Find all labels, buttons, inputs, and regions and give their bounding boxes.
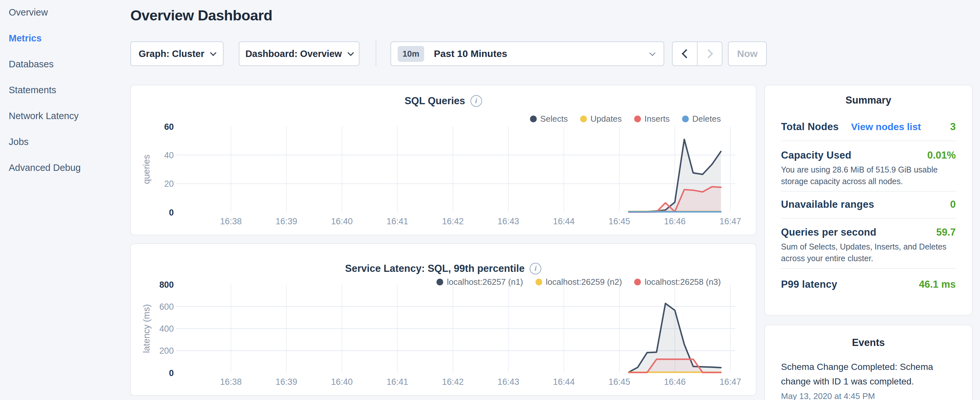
time-forward-button[interactable] bbox=[698, 42, 722, 65]
toolbar-divider bbox=[375, 40, 376, 66]
sidebar-item-jobs[interactable]: Jobs bbox=[0, 135, 123, 161]
svg-text:16:46: 16:46 bbox=[664, 217, 686, 226]
graph-scope-dropdown[interactable]: Graph: Cluster bbox=[130, 41, 224, 66]
summary-label: Queries per second bbox=[781, 226, 877, 238]
svg-text:16:46: 16:46 bbox=[664, 377, 686, 387]
svg-text:600: 600 bbox=[159, 302, 174, 312]
event-timestamp: May 13, 2020 at 4:45 PM bbox=[781, 391, 956, 400]
svg-text:0: 0 bbox=[169, 368, 174, 378]
chevron-down-icon bbox=[210, 49, 216, 56]
summary-panel: Summary Total Nodes View nodes list 3 Ca… bbox=[764, 85, 972, 316]
chevron-down-icon bbox=[347, 49, 354, 56]
summary-subtext: Sum of Selects, Updates, Inserts, and De… bbox=[781, 241, 956, 264]
summary-row-capacity-used: Capacity Used 0.01% You are using 28.6 M… bbox=[781, 141, 956, 191]
svg-text:16:45: 16:45 bbox=[609, 377, 630, 387]
y-gridlines bbox=[176, 306, 735, 351]
summary-title: Summary bbox=[765, 94, 972, 106]
summary-value: 0 bbox=[950, 199, 956, 210]
svg-text:16:39: 16:39 bbox=[276, 377, 298, 387]
svg-text:16:47: 16:47 bbox=[719, 377, 741, 387]
y-tick-labels: 0204060 bbox=[164, 122, 174, 217]
chevron-left-icon bbox=[682, 49, 691, 58]
svg-text:60: 60 bbox=[164, 122, 174, 132]
svg-text:16:44: 16:44 bbox=[553, 377, 574, 387]
svg-text:20: 20 bbox=[164, 179, 174, 189]
svg-text:400: 400 bbox=[159, 324, 174, 334]
dashboard-label: Dashboard: Overview bbox=[245, 49, 342, 59]
svg-text:40: 40 bbox=[164, 150, 174, 160]
summary-label: Total Nodes bbox=[781, 121, 838, 133]
summary-row-p99-latency: P99 latency 46.1 ms bbox=[781, 269, 956, 290]
y-tick-labels: 0200400600800 bbox=[159, 280, 174, 378]
svg-text:16:41: 16:41 bbox=[387, 217, 408, 226]
page-title: Overview Dashboard bbox=[130, 7, 272, 24]
svg-text:16:40: 16:40 bbox=[331, 217, 353, 226]
summary-value: 3 bbox=[950, 121, 956, 133]
svg-text:16:43: 16:43 bbox=[498, 217, 519, 226]
sidebar-item-metrics[interactable]: Metrics bbox=[0, 32, 123, 57]
sidebar-item-statements[interactable]: Statements bbox=[0, 83, 123, 109]
summary-label: Capacity Used bbox=[781, 150, 851, 161]
svg-text:16:38: 16:38 bbox=[220, 377, 242, 387]
sidebar-item-network-latency[interactable]: Network Latency bbox=[0, 109, 123, 135]
summary-value: 0.01% bbox=[927, 150, 956, 161]
event-message: Schema Change Completed: Schema change w… bbox=[781, 360, 956, 389]
sidebar-item-advanced-debug[interactable]: Advanced Debug bbox=[0, 161, 123, 187]
svg-text:16:45: 16:45 bbox=[609, 217, 630, 226]
svg-text:16:42: 16:42 bbox=[442, 217, 464, 226]
svg-text:16:43: 16:43 bbox=[498, 377, 519, 387]
svg-text:16:41: 16:41 bbox=[387, 377, 408, 387]
summary-subtext: You are using 28.6 MiB of 515.9 GiB usab… bbox=[781, 164, 956, 187]
x-gridlines bbox=[231, 126, 730, 212]
y-axis-title: queries bbox=[142, 155, 151, 184]
svg-text:0: 0 bbox=[169, 208, 174, 217]
sidebar-item-databases[interactable]: Databases bbox=[0, 57, 123, 83]
events-title: Events bbox=[781, 337, 956, 349]
svg-text:16:42: 16:42 bbox=[442, 377, 464, 387]
time-back-button[interactable] bbox=[673, 42, 697, 65]
service-latency-chart-card: Service Latency: SQL, 99th percentile i … bbox=[130, 243, 756, 396]
summary-value: 46.1 ms bbox=[919, 279, 956, 290]
event-list-item[interactable]: Schema Change Completed: Schema change w… bbox=[781, 360, 956, 400]
svg-text:16:38: 16:38 bbox=[220, 217, 242, 226]
y-gridlines bbox=[176, 155, 735, 183]
sidebar-item-overview[interactable]: Overview bbox=[0, 6, 123, 32]
summary-value: 59.7 bbox=[936, 226, 956, 238]
summary-label: Unavailable ranges bbox=[781, 199, 874, 210]
time-window-pager bbox=[672, 41, 722, 66]
chart-series bbox=[628, 304, 721, 373]
x-tick-labels: 16:3816:3916:4016:4116:4216:4316:4416:45… bbox=[220, 377, 741, 387]
now-button[interactable]: Now bbox=[728, 41, 767, 66]
summary-row-queries-per-second: Queries per second 59.7 Sum of Selects, … bbox=[781, 219, 956, 269]
svg-text:16:47: 16:47 bbox=[719, 217, 741, 226]
dashboard-dropdown[interactable]: Dashboard: Overview bbox=[239, 41, 360, 66]
time-range-label: Past 10 Minutes bbox=[434, 48, 507, 59]
chevron-right-icon bbox=[704, 49, 713, 58]
time-range-badge: 10m bbox=[398, 46, 424, 62]
summary-row-total-nodes: Total Nodes View nodes list 3 bbox=[781, 106, 956, 141]
graph-scope-label: Graph: Cluster bbox=[138, 49, 204, 59]
svg-text:800: 800 bbox=[159, 280, 174, 290]
svg-text:16:40: 16:40 bbox=[331, 377, 353, 387]
events-panel: Events Schema Change Completed: Schema c… bbox=[764, 325, 972, 400]
y-axis-title: latency (ms) bbox=[142, 304, 151, 353]
summary-label: P99 latency bbox=[781, 279, 837, 290]
svg-text:16:39: 16:39 bbox=[276, 217, 298, 226]
x-tick-labels: 16:3816:3916:4016:4116:4216:4316:4416:45… bbox=[220, 217, 741, 226]
sidebar: Overview Metrics Databases Statements Ne… bbox=[0, 6, 123, 187]
summary-row-unavailable-ranges: Unavailable ranges 0 bbox=[781, 191, 956, 219]
svg-text:16:44: 16:44 bbox=[553, 217, 574, 226]
svg-text:200: 200 bbox=[159, 346, 174, 356]
view-nodes-list-link[interactable]: View nodes list bbox=[851, 121, 921, 132]
sql-queries-plot[interactable]: 16:3816:3916:4016:4116:4216:4316:4416:45… bbox=[131, 85, 756, 234]
chevron-down-icon bbox=[649, 50, 655, 56]
service-latency-plot[interactable]: 16:3816:3916:4016:4116:4216:4316:4416:45… bbox=[131, 244, 756, 395]
sql-queries-chart-card: SQL Queries i SelectsUpdatesInsertsDelet… bbox=[130, 85, 756, 235]
time-range-dropdown[interactable]: 10m Past 10 Minutes bbox=[390, 41, 664, 66]
